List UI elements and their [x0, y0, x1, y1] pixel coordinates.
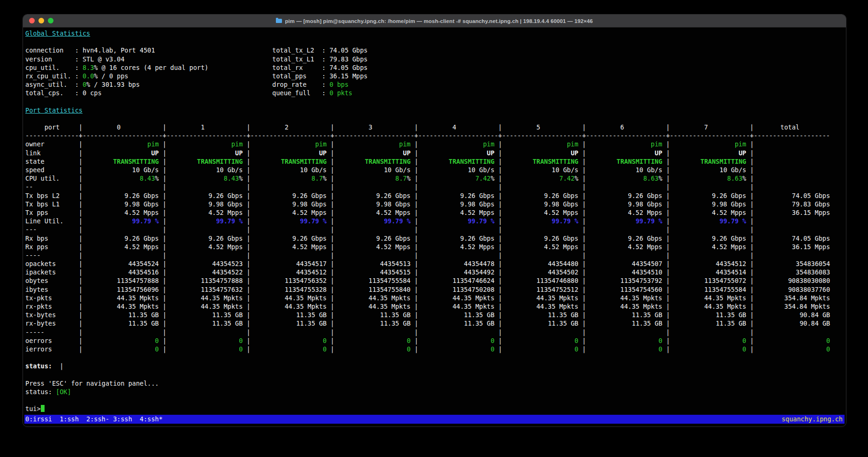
table-cell: | [418, 251, 502, 259]
window-title: pim — [mosh] pim@squanchy.ipng.ch: /home… [23, 15, 846, 27]
table-cell [754, 226, 830, 233]
row-label: Rx pps | [25, 243, 83, 251]
table-cell: 44354516 | [83, 268, 167, 276]
table-cell: 11.35 GB | [670, 311, 754, 319]
terminal-line [24, 38, 845, 46]
stat-right-column: total_tx_L1 : 79.83 Gbps [272, 55, 367, 63]
stat-value: 79.83 Gbps [329, 55, 367, 63]
table-cell: 44354512 | [251, 268, 335, 276]
titlebar[interactable]: pim — [mosh] pim@squanchy.ipng.ch: /home… [23, 15, 846, 28]
table-row: link | UP | UP | UP | UP | UP | UP | UP … [24, 149, 845, 157]
table-cell: 44354517 | [251, 260, 335, 267]
stat-label: total_pps : [272, 72, 329, 80]
table-cell: TRANSMITTING | [586, 158, 670, 165]
prompt-line[interactable]: tui> [24, 404, 845, 413]
stat-value: 36.15 Mpps [329, 72, 367, 80]
stat-label: total_tx_L1 : [272, 55, 329, 63]
table-cell: pim | [586, 140, 670, 148]
window-title-text: pim — [mosh] pim@squanchy.ipng.ch: /home… [285, 18, 593, 24]
table-cell: | [418, 328, 502, 336]
table-cell: 4.52 Mpps | [334, 209, 418, 216]
table-cell: 9.26 Gbps | [334, 235, 418, 242]
table-cell: 9.26 Gbps | [251, 192, 335, 199]
table-cell: 90.84 GB [754, 311, 830, 319]
table-cell: UP | [334, 149, 418, 157]
table-cell [754, 251, 830, 259]
terminal-line [24, 371, 845, 379]
row-label: ----- | [25, 328, 83, 336]
table-cell: 44354478 | [418, 260, 502, 267]
table-cell: 9.26 Gbps | [167, 235, 251, 242]
table-cell: | [334, 183, 418, 190]
table-cell: 0 [754, 345, 830, 353]
table-cell: 0 | [334, 337, 418, 344]
table-cell: pim | [670, 140, 754, 148]
table-header-row: port | 0 | 1 | 2 | 3 | 4 | 5 | 6 | 7 | t… [24, 123, 845, 131]
stat-label: total_tx_L2 : [272, 46, 329, 54]
stat-line: total_cps. : 0 cpsqueue_full : 0 pkts [24, 89, 845, 97]
table-cell: 7.42% | [502, 175, 586, 182]
table-cell: 44354502 | [502, 268, 586, 276]
table-cell: 0 | [586, 345, 670, 353]
table-cell: TRANSMITTING | [418, 158, 502, 165]
table-cell: | [251, 183, 335, 190]
table-row: Rx pps | 4.52 Mpps | 4.52 Mpps | 4.52 Mp… [24, 243, 845, 251]
table-cell: UP | [418, 149, 502, 157]
row-label: ibytes | [25, 286, 83, 293]
table-cell: 0 | [670, 345, 754, 353]
terminal-line [24, 353, 845, 362]
table-cell: 44354492 | [418, 268, 502, 276]
row-label: Tx bps L2 | [25, 192, 83, 199]
table-cell: UP | [83, 149, 167, 157]
row-label: state | [25, 158, 83, 165]
row-label: obytes | [25, 277, 83, 284]
table-cell: 9.26 Gbps | [334, 192, 418, 199]
table-cell: | [83, 251, 167, 259]
table-cell: UP | [586, 149, 670, 157]
table-cell: 7.42% | [418, 175, 502, 182]
stat-value: 8.3 [83, 64, 94, 71]
stat-label: rx_cpu_util. : [25, 72, 83, 80]
table-cell: 11.35 GB | [670, 320, 754, 327]
folder-icon [276, 19, 282, 23]
table-cell: 11.35 GB | [502, 320, 586, 327]
terminal-screen[interactable]: Global Statisticsconnection : hvn4.lab, … [24, 28, 845, 415]
table-cell: 4.52 Mpps | [167, 243, 251, 251]
table-cell [754, 149, 830, 157]
table-cell: 8.63% | [670, 175, 754, 182]
section-heading: Global Statistics [24, 29, 845, 38]
table-cell: 11.35 GB | [251, 320, 335, 327]
stat-label: version : [25, 55, 83, 63]
table-cell: | [83, 183, 167, 190]
table-cell: 4.52 Mpps | [502, 209, 586, 216]
table-cell: 9.26 Gbps | [418, 192, 502, 199]
table-cell: 44354512 | [670, 260, 754, 267]
stat-line: rx_cpu_util. : 0.0% / 0 ppstotal_pps : 3… [24, 72, 845, 80]
tmux-window-list[interactable]: 0:irssi 1:ssh 2:ssh- 3:ssh 4:ssh* [25, 415, 163, 424]
table-cell: | [167, 251, 251, 259]
desktop-background: pim — [mosh] pim@squanchy.ipng.ch: /home… [0, 0, 868, 457]
table-cell: 8.7% | [251, 175, 335, 182]
terminal-line [24, 396, 845, 404]
table-row: ierrors | 0 | 0 | 0 | 0 | 0 | 0 | 0 | 0 … [24, 345, 845, 353]
table-cell: 9.26 Gbps | [502, 235, 586, 242]
table-cell: 10 Gb/s | [586, 166, 670, 174]
table-cell: 9.26 Gbps | [586, 192, 670, 199]
table-row: tx-pkts | 44.35 Mpkts | 44.35 Mpkts | 44… [24, 294, 845, 302]
table-cell: UP | [167, 149, 251, 157]
table-cell: 44.35 Mpkts | [670, 294, 754, 302]
table-cell: pim | [418, 140, 502, 148]
table-cell: 10 Gb/s | [334, 166, 418, 174]
table-row: Rx bps | 9.26 Gbps | 9.26 Gbps | 9.26 Gb… [24, 234, 845, 243]
table-cell: 8.43% | [167, 175, 251, 182]
table-cell: 11.35 GB | [502, 311, 586, 319]
table-cell: 11354753792 | [586, 277, 670, 284]
stat-value: STL @ v3.04 [83, 55, 124, 63]
table-cell: 90838030080 [754, 277, 830, 284]
stat-right-column: queue_full : 0 pkts [272, 89, 352, 97]
table-cell [754, 158, 830, 165]
status-ok-line: status: [OK] [24, 388, 845, 396]
table-cell: 90.84 GB [754, 320, 830, 327]
table-cell: 44354515 | [334, 268, 418, 276]
table-cell: 11354755584 | [670, 286, 754, 293]
